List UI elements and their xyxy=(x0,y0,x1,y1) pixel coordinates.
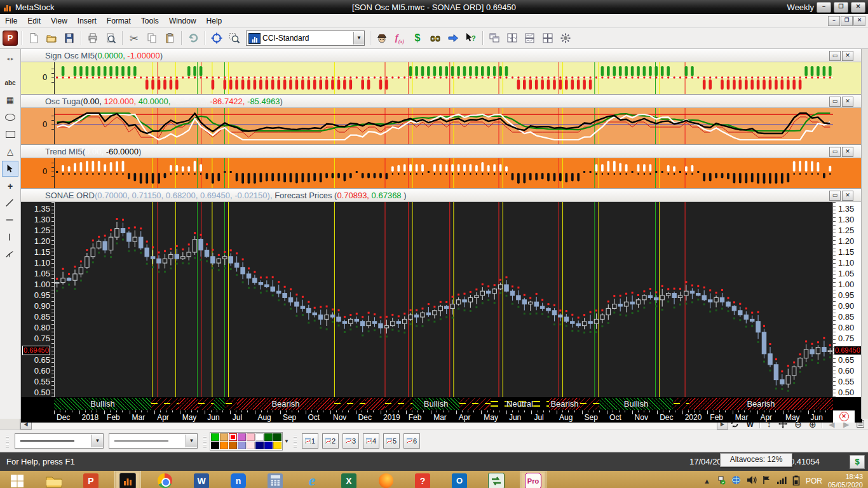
trend-mi5-plot[interactable]: 0 xyxy=(21,158,862,189)
copy-button[interactable] xyxy=(143,29,161,47)
sign-osc-panel-header[interactable]: Sign Osc MI5 (0.0000, -1.00000 )▭✕ xyxy=(21,49,862,62)
paste-button[interactable] xyxy=(161,29,179,47)
color-swatch[interactable] xyxy=(247,433,255,441)
tray-expand-icon[interactable]: ▲ xyxy=(703,477,710,485)
taskbar-powerpoint-button[interactable]: P xyxy=(78,471,104,488)
dropdown-arrow-icon[interactable]: ▼ xyxy=(186,435,197,447)
menu-help[interactable]: Help xyxy=(201,15,227,27)
osc-tuga-panel-header[interactable]: Osc Tuga (0.00, 120.000, 40.0000, -83.40… xyxy=(21,95,862,108)
taskbar-start-button[interactable] xyxy=(4,471,31,488)
dollar-status-button[interactable]: $ xyxy=(850,455,865,469)
menu-tools[interactable]: Tools xyxy=(136,15,164,27)
open-chart-button[interactable] xyxy=(43,29,60,47)
speaker-icon[interactable] xyxy=(747,475,757,486)
zoom-box-button[interactable] xyxy=(226,29,243,47)
the-explorer-button[interactable] xyxy=(426,29,444,47)
line-style-select[interactable]: ▼ xyxy=(15,433,104,449)
taskbar-outlook-button[interactable]: O xyxy=(446,471,473,488)
taskbar-help-button[interactable]: ? xyxy=(409,471,436,488)
context-help-button[interactable]: ? xyxy=(462,29,480,47)
color-swatch[interactable] xyxy=(211,433,219,441)
dropdown-arrow-icon[interactable]: ▼ xyxy=(92,435,103,447)
doc-restore-button[interactable]: ❐ xyxy=(841,16,853,26)
flag-icon[interactable] xyxy=(763,475,771,486)
color-swatch[interactable] xyxy=(247,442,255,449)
tile-vertical-button[interactable] xyxy=(503,29,521,47)
taskbar-metastock-button[interactable] xyxy=(114,471,141,488)
undo-button[interactable] xyxy=(184,29,202,47)
restore-button[interactable]: ❐ xyxy=(834,2,848,13)
scroll-handle[interactable]: ◂ ▸ xyxy=(2,51,18,67)
menu-window[interactable]: Window xyxy=(164,15,201,27)
expert-advisor-button[interactable] xyxy=(373,29,391,47)
color-swatch[interactable] xyxy=(264,442,273,449)
grid-tool[interactable]: ▦ xyxy=(2,92,18,108)
taskbar-firefox-button[interactable] xyxy=(372,471,399,488)
close-button[interactable]: ✕ xyxy=(851,2,865,13)
metastock-pro-logo-button[interactable]: P xyxy=(1,29,19,47)
color-swatch[interactable] xyxy=(238,442,246,449)
color-swatch[interactable] xyxy=(255,442,264,449)
color-swatch[interactable] xyxy=(229,442,237,449)
taskbar-project-button[interactable] xyxy=(483,471,510,488)
trend-mi5-panel-close-button[interactable]: ✕ xyxy=(842,147,853,157)
color-swatch[interactable] xyxy=(238,433,246,441)
tile-horizontal-button[interactable] xyxy=(521,29,539,47)
taskbar-excel-button[interactable]: X xyxy=(336,471,362,488)
menu-edit[interactable]: Edit xyxy=(22,15,46,27)
menu-file[interactable]: File xyxy=(0,15,22,27)
pointer-tool[interactable] xyxy=(2,161,18,177)
angle-line-tool[interactable] xyxy=(2,247,18,262)
cascade-windows-button[interactable] xyxy=(485,29,503,47)
new-chart-button[interactable] xyxy=(25,29,43,47)
title-bar[interactable]: MetaStock [SON Osc MI5.mwc - SONAE ORD] … xyxy=(0,0,868,14)
line-weight-select[interactable]: ▼ xyxy=(109,433,198,449)
forecaster-button[interactable] xyxy=(444,29,462,47)
print-setup-button[interactable] xyxy=(84,29,102,47)
horizontal-line-tool[interactable] xyxy=(2,212,18,228)
ellipse-tool[interactable] xyxy=(2,109,18,125)
taskbar-clock[interactable]: 18:4305/05/2020 xyxy=(828,473,863,488)
cut-button[interactable]: ✂ xyxy=(125,29,143,47)
main-chart-panel-restore-button[interactable]: ▭ xyxy=(829,191,841,201)
layout-4-button[interactable]: 4 xyxy=(363,433,379,449)
save-chart-button[interactable] xyxy=(60,29,78,47)
osc-tuga-panel-close-button[interactable]: ✕ xyxy=(842,97,853,107)
sign-osc-panel-close-button[interactable]: ✕ xyxy=(842,51,853,61)
language-indicator[interactable]: POR xyxy=(806,477,822,485)
arrange-desktop-button[interactable] xyxy=(557,29,574,47)
layout-1-button[interactable]: 1 xyxy=(302,433,318,449)
price-plot[interactable]: 1.351.351.301.301.251.251.201.201.151.15… xyxy=(21,202,862,397)
taskbar-internet-explorer-button[interactable]: e xyxy=(299,471,325,488)
doc-minimize-button[interactable]: – xyxy=(828,16,840,26)
taskbar-pro-button[interactable]: Pro xyxy=(520,471,546,488)
menu-insert[interactable]: Insert xyxy=(72,15,102,27)
trend-mi5-panel-restore-button[interactable]: ▭ xyxy=(829,147,841,157)
vertical-line-tool[interactable] xyxy=(2,229,18,245)
taskbar-file-explorer-button[interactable] xyxy=(41,471,67,488)
osc-tuga-plot[interactable]: 0 xyxy=(21,108,862,145)
color-swatch[interactable] xyxy=(211,442,219,449)
taskbar-word-button[interactable]: W xyxy=(188,471,215,488)
usb-icon[interactable] xyxy=(716,475,726,486)
color-swatch[interactable] xyxy=(220,442,228,449)
taskbar-calculator-button[interactable] xyxy=(262,471,288,488)
triangle-tool[interactable]: △ xyxy=(2,144,18,159)
color-swatch[interactable] xyxy=(229,433,237,441)
system-tester-button[interactable]: $ xyxy=(409,29,426,47)
menu-format[interactable]: Format xyxy=(102,15,136,27)
rectangle-tool[interactable] xyxy=(2,126,18,142)
color-swatch[interactable] xyxy=(273,442,281,449)
trendline-tool[interactable] xyxy=(2,195,18,211)
signal-icon[interactable] xyxy=(776,476,787,486)
color-swatch[interactable] xyxy=(264,433,273,441)
layout-2-button[interactable]: 2 xyxy=(322,433,339,449)
date-axis-close-button[interactable]: ✕ xyxy=(833,410,855,423)
sign-osc-plot[interactable]: 0 xyxy=(21,62,862,95)
layout-3-button[interactable]: 3 xyxy=(342,433,359,449)
sign-osc-panel-restore-button[interactable]: ▭ xyxy=(829,51,841,61)
palette-dropdown-arrow[interactable]: ▼ xyxy=(283,433,290,450)
taskbar-chrome-button[interactable] xyxy=(151,471,178,488)
dropdown-arrow-icon[interactable]: ▼ xyxy=(353,32,364,44)
main-chart-panel-close-button[interactable]: ✕ xyxy=(842,191,853,201)
